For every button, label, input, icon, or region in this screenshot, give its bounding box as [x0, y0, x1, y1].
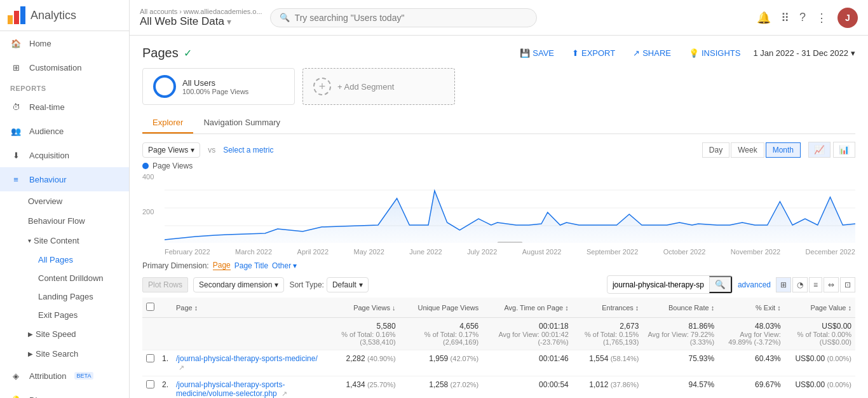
- col-entrances[interactable]: Entrances ↕: [573, 298, 643, 318]
- secondary-dimension-select[interactable]: Secondary dimension ▾: [193, 277, 284, 292]
- totals-avg-time: 00:01:18 Avg for View: 00:01:42 (-23.76%…: [482, 318, 573, 350]
- sidebar-item-site-content-label: Site Content: [34, 236, 79, 245]
- search-filter-button[interactable]: 🔍: [709, 276, 732, 293]
- row2-checkbox[interactable]: [146, 380, 154, 388]
- sidebar-item-attribution[interactable]: ◈ Attribution BETA: [0, 364, 129, 388]
- select-all-checkbox[interactable]: [146, 303, 154, 311]
- svg-rect-6: [498, 242, 523, 243]
- search-filter-input[interactable]: [607, 278, 709, 292]
- sidebar-item-behaviour[interactable]: ≡ Behaviour: [0, 167, 129, 191]
- segment-card-all-users[interactable]: All Users 100.00% Page Views: [142, 68, 295, 105]
- primary-dim-label: Primary Dimension:: [142, 261, 209, 270]
- metric-select[interactable]: Page Views ▾: [142, 142, 200, 158]
- apps-icon[interactable]: ⠿: [781, 11, 789, 25]
- sidebar-item-exit-pages[interactable]: Exit Pages: [0, 306, 129, 324]
- segment-circle-icon: [153, 75, 176, 98]
- breadcrumb: All accounts › www.alliedacademies.o...: [140, 8, 262, 15]
- line-chart-btn[interactable]: 📈: [808, 142, 831, 158]
- segment-row: All Users 100.00% Page Views + + Add Seg…: [142, 68, 855, 105]
- search-input[interactable]: [295, 13, 527, 23]
- col-exit-pct[interactable]: % Exit ↕: [718, 298, 785, 318]
- sidebar-item-all-pages[interactable]: All Pages: [0, 250, 129, 269]
- pie-view-btn[interactable]: ◔: [792, 277, 808, 292]
- search-icon: 🔍: [280, 13, 290, 22]
- table-row: 1. /journal-physical-therapy-sports-medi…: [142, 350, 855, 376]
- help-icon[interactable]: ?: [799, 11, 806, 24]
- table-view-buttons: ⊞ ◔ ≡ ⇔ ⊡: [776, 277, 855, 292]
- sidebar-item-behaviour-flow[interactable]: Behaviour Flow: [0, 211, 129, 231]
- grid-view-btn[interactable]: ⊞: [776, 277, 791, 292]
- totals-entrances: 2,673 % of Total: 0.15% (1,765,193): [573, 318, 643, 350]
- time-btn-day[interactable]: Day: [702, 142, 729, 158]
- row1-checkbox[interactable]: [146, 354, 154, 362]
- more-icon[interactable]: ⋮: [816, 11, 827, 25]
- dim-other[interactable]: Other ▾: [272, 261, 297, 270]
- sidebar-item-realtime-label: Real-time: [29, 102, 65, 112]
- save-button[interactable]: 💾 SAVE: [515, 46, 559, 60]
- search-bar[interactable]: 🔍: [270, 8, 537, 27]
- share-icon: ↗: [633, 48, 640, 58]
- row2-exit-pct: 69.67%: [718, 376, 785, 399]
- col-avg-time[interactable]: Avg. Time on Page ↕: [482, 298, 573, 318]
- col-page[interactable]: Page ↕: [172, 298, 327, 318]
- sidebar-item-customisation[interactable]: ⊞ Customisation: [0, 55, 129, 79]
- sidebar-item-home[interactable]: 🏠 Home: [0, 31, 129, 55]
- analytics-logo-icon: [8, 6, 25, 24]
- sidebar-item-landing-pages[interactable]: Landing Pages: [0, 287, 129, 306]
- sidebar-item-site-search[interactable]: ▶ Site Search: [0, 344, 129, 364]
- tabs-row: Explorer Navigation Summary: [142, 113, 855, 134]
- totals-page-value: US$0.00 % of Total: 0.00% (US$0.00): [785, 318, 855, 350]
- svg-rect-2: [20, 6, 25, 24]
- col-page-views[interactable]: Page Views ↓: [327, 298, 400, 318]
- row2-page-link[interactable]: /journal-physical-therapy-sports-medicin…: [176, 380, 285, 398]
- col-num: [158, 298, 172, 318]
- legend-label: Page Views: [153, 161, 193, 170]
- insights-button[interactable]: 💡 INSIGHTS: [684, 46, 745, 60]
- tab-navigation-summary[interactable]: Navigation Summary: [193, 113, 290, 134]
- sidebar-item-overview[interactable]: Overview: [0, 191, 129, 211]
- home-icon: 🏠: [10, 38, 22, 49]
- col-bounce-rate[interactable]: Bounce Rate ↕: [642, 298, 718, 318]
- time-btn-month[interactable]: Month: [766, 142, 801, 158]
- row2-checkbox-cell: [142, 376, 158, 399]
- col-page-value[interactable]: Page Value ↕: [785, 298, 855, 318]
- export-button[interactable]: ⬆ EXPORT: [567, 46, 620, 60]
- chart-area: 400 200: [142, 173, 855, 256]
- row2-bounce-rate: 94.57%: [642, 376, 718, 399]
- svg-rect-0: [8, 15, 13, 24]
- add-segment-button[interactable]: + + Add Segment: [302, 68, 455, 105]
- page-actions: 💾 SAVE ⬆ EXPORT ↗ SHARE 💡 INSIGHTS 1 Jan…: [515, 46, 855, 60]
- select-metric-link[interactable]: Select a metric: [223, 146, 273, 154]
- sidebar-item-site-content[interactable]: ▾ Site Content: [0, 231, 129, 250]
- chart-x-labels: February 2022 March 2022 April 2022 May …: [165, 248, 855, 256]
- dim-page-title[interactable]: Page Title: [234, 261, 268, 270]
- save-icon: 💾: [520, 48, 530, 58]
- dim-page[interactable]: Page: [213, 261, 231, 270]
- pivot-view-btn[interactable]: ⊡: [840, 277, 855, 292]
- sidebar-item-audience[interactable]: 👥 Audience: [0, 119, 129, 143]
- add-segment-label: + Add Segment: [337, 82, 394, 92]
- row1-page-link[interactable]: /journal-physical-therapy-sports-medicin…: [176, 354, 318, 363]
- page-header: Pages ✓ 💾 SAVE ⬆ EXPORT ↗ SHARE 💡: [142, 46, 855, 60]
- list-view-btn[interactable]: ≡: [809, 277, 822, 292]
- avatar[interactable]: J: [837, 8, 858, 28]
- tab-explorer[interactable]: Explorer: [142, 113, 193, 134]
- col-unique-page-views[interactable]: Unique Page Views: [400, 298, 483, 318]
- sort-type-select[interactable]: Default ▾: [327, 277, 369, 292]
- comparison-view-btn[interactable]: ⇔: [824, 277, 839, 292]
- plot-rows-button: Plot Rows: [142, 277, 188, 292]
- share-button[interactable]: ↗ SHARE: [628, 46, 676, 60]
- sidebar-item-site-speed[interactable]: ▶ Site Speed: [0, 324, 129, 344]
- sidebar-item-discover[interactable]: 💡 Discover: [0, 388, 129, 398]
- notifications-icon[interactable]: 🔔: [757, 11, 771, 25]
- sidebar-item-acquisition[interactable]: ⬇ Acquisition: [0, 143, 129, 167]
- row2-avg-time: 00:00:54: [482, 376, 573, 399]
- date-range[interactable]: 1 Jan 2022 - 31 Dec 2022 ▾: [753, 48, 855, 58]
- bar-chart-btn[interactable]: 📊: [833, 142, 855, 158]
- site-title[interactable]: All Web Site Data ▾: [140, 15, 262, 28]
- time-btn-week[interactable]: Week: [731, 142, 764, 158]
- metric-select-label: Page Views: [148, 146, 188, 154]
- advanced-link[interactable]: advanced: [738, 280, 771, 289]
- sidebar-item-realtime[interactable]: ⏱ Real-time: [0, 95, 129, 119]
- sidebar-item-content-drilldown[interactable]: Content Drilldown: [0, 269, 129, 287]
